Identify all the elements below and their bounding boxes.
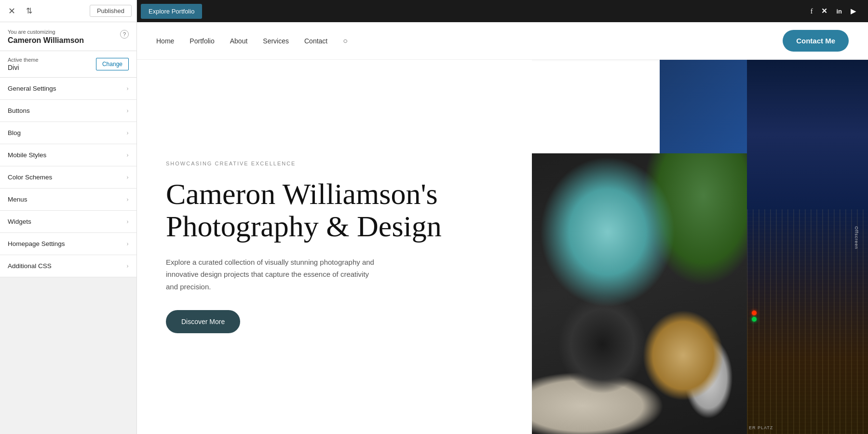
chevron-right-icon: ›: [126, 240, 129, 248]
chevron-right-icon: ›: [126, 151, 129, 159]
desk-photo: [532, 153, 784, 434]
chevron-right-icon: ›: [126, 262, 129, 270]
sidebar-topbar: ✕ ⇅ Published: [0, 0, 136, 22]
sidebar-item-label: Widgets: [8, 218, 31, 225]
er-platz-label: ER PLATZ: [749, 425, 773, 430]
traffic-light-green: [752, 317, 757, 322]
city-overlay: [747, 209, 868, 434]
explore-portfolio-button[interactable]: Explore Portfolio: [141, 4, 202, 19]
close-button[interactable]: ✕: [5, 4, 18, 18]
chevron-right-icon: ›: [126, 107, 129, 115]
nav-link-services[interactable]: Services: [263, 37, 289, 45]
sidebar-menu: General Settings›Buttons›Blog›Mobile Sty…: [0, 78, 136, 277]
sidebar-item-menus[interactable]: Menus›: [0, 189, 136, 211]
hero-city-image: Offscreen ER PLATZ: [747, 60, 868, 434]
sidebar-item-label: Blog: [8, 129, 21, 136]
main-content: Explore Portfolio f ✕ in ▶ HomePortfolio…: [137, 0, 868, 434]
chevron-right-icon: ›: [126, 174, 129, 181]
offscreen-label: Offscreen: [854, 226, 859, 249]
search-icon[interactable]: ○: [343, 37, 348, 45]
sidebar-item-label: Homepage Settings: [8, 240, 65, 247]
nav-link-home[interactable]: Home: [156, 37, 174, 45]
hero-right: Offscreen ER PLATZ: [532, 60, 868, 434]
sidebar-item-mobile-styles[interactable]: Mobile Styles›: [0, 144, 136, 166]
hero-description: Explore a curated collection of visually…: [166, 256, 378, 293]
hero-section: SHOWCASING CREATIVE EXCELLENCE Cameron W…: [137, 60, 868, 434]
theme-name: Divi: [8, 64, 39, 71]
nav-link-portfolio[interactable]: Portfolio: [190, 37, 214, 45]
youtube-icon[interactable]: ▶: [851, 7, 856, 15]
site-name: Cameron Williamson: [8, 36, 84, 45]
chevron-right-icon: ›: [126, 85, 129, 93]
chevron-right-icon: ›: [126, 196, 129, 203]
contact-me-button[interactable]: Contact Me: [783, 30, 849, 52]
sidebar-item-label: Color Schemes: [8, 174, 52, 181]
chevron-right-icon: ›: [126, 218, 129, 226]
hero-desk-image: [532, 153, 784, 434]
nav-link-contact[interactable]: Contact: [304, 37, 327, 45]
change-theme-button[interactable]: Change: [96, 58, 129, 70]
sidebar-theme: Active theme Divi Change: [0, 51, 136, 78]
hero-title: Cameron Williamson's Photography & Desig…: [166, 178, 503, 243]
sidebar-item-label: Mobile Styles: [8, 151, 46, 159]
nav-bar: HomePortfolioAboutServicesContact○ Conta…: [137, 22, 868, 60]
sidebar-item-blog[interactable]: Blog›: [0, 122, 136, 144]
sidebar-user-info: You are customizing Cameron Williamson ?: [0, 22, 136, 51]
reorder-button[interactable]: ⇅: [22, 4, 36, 18]
traffic-light: [752, 311, 757, 322]
help-icon[interactable]: ?: [120, 30, 129, 39]
theme-label: Active theme: [8, 57, 39, 63]
sidebar: ✕ ⇅ Published You are customizing Camero…: [0, 0, 137, 434]
linkedin-icon[interactable]: in: [836, 8, 842, 15]
sidebar-item-general-settings[interactable]: General Settings›: [0, 78, 136, 100]
sidebar-item-label: Menus: [8, 196, 27, 203]
x-twitter-icon[interactable]: ✕: [821, 7, 827, 15]
hero-left: SHOWCASING CREATIVE EXCELLENCE Cameron W…: [137, 60, 532, 434]
sidebar-item-additional-css[interactable]: Additional CSS›: [0, 255, 136, 277]
sidebar-item-buttons[interactable]: Buttons›: [0, 100, 136, 122]
sidebar-item-label: General Settings: [8, 85, 56, 92]
sidebar-item-homepage-settings[interactable]: Homepage Settings›: [0, 233, 136, 255]
social-icons: f ✕ in ▶: [810, 7, 856, 15]
sidebar-item-widgets[interactable]: Widgets›: [0, 211, 136, 233]
nav-links: HomePortfolioAboutServicesContact○: [156, 37, 348, 45]
customizing-label: You are customizing: [8, 29, 84, 35]
published-badge: Published: [90, 5, 132, 17]
sidebar-item-label: Buttons: [8, 107, 30, 114]
chevron-right-icon: ›: [126, 129, 129, 137]
sidebar-item-color-schemes[interactable]: Color Schemes›: [0, 166, 136, 189]
sidebar-item-label: Additional CSS: [8, 262, 52, 270]
hero-subtitle: SHOWCASING CREATIVE EXCELLENCE: [166, 161, 503, 166]
discover-more-button[interactable]: Discover More: [166, 310, 240, 333]
traffic-light-red: [752, 311, 757, 315]
nav-link-about[interactable]: About: [230, 37, 248, 45]
facebook-icon[interactable]: f: [810, 7, 813, 15]
top-bar: Explore Portfolio f ✕ in ▶: [137, 0, 868, 22]
